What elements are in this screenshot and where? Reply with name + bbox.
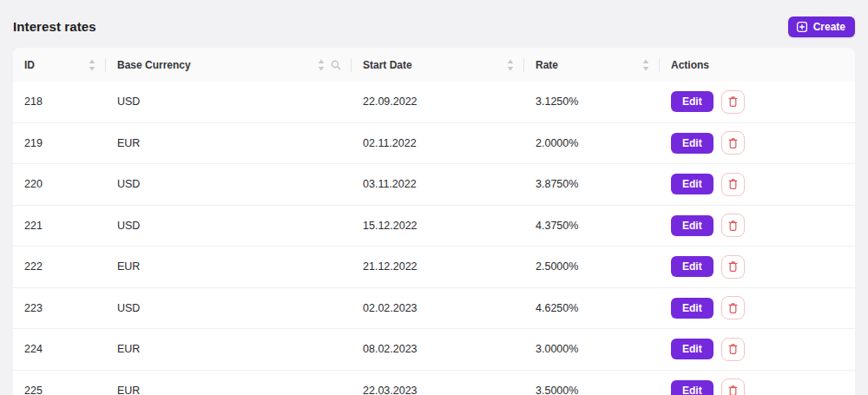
- cell-base-currency: USD: [106, 220, 352, 232]
- delete-button[interactable]: [721, 131, 745, 155]
- column-header-id-label: ID: [24, 59, 35, 71]
- cell-rate: 3.1250%: [524, 95, 660, 108]
- cell-base-currency: EUR: [106, 385, 352, 395]
- trash-icon: [727, 220, 739, 232]
- trash-icon: [727, 178, 739, 190]
- cell-base-currency: EUR: [106, 137, 352, 149]
- column-header-actions-label: Actions: [671, 59, 709, 71]
- cell-id: 222: [13, 260, 106, 273]
- trash-icon: [727, 385, 739, 395]
- cell-start-date: 02.11.2022: [352, 137, 524, 149]
- cell-id: 219: [13, 137, 106, 149]
- cell-actions: Edit: [660, 379, 855, 395]
- trash-icon: [727, 137, 739, 149]
- delete-button[interactable]: [721, 296, 745, 319]
- column-header-rate-label: Rate: [536, 59, 558, 71]
- edit-button[interactable]: Edit: [671, 298, 713, 319]
- plus-square-icon: [796, 21, 808, 33]
- cell-id: 218: [13, 95, 106, 108]
- edit-button[interactable]: Edit: [671, 215, 713, 236]
- cell-rate: 4.6250%: [524, 302, 660, 314]
- cell-rate: 4.3750%: [524, 220, 660, 232]
- trash-icon: [727, 95, 739, 108]
- edit-button[interactable]: Edit: [671, 256, 713, 277]
- cell-actions: Edit: [660, 214, 855, 237]
- delete-button[interactable]: [721, 173, 745, 196]
- table-row: 225 EUR 22.03.2023 3.5000% Edit: [13, 371, 855, 395]
- cell-base-currency: USD: [106, 178, 352, 190]
- cell-actions: Edit: [660, 90, 855, 114]
- cell-start-date: 02.02.2023: [352, 302, 524, 314]
- column-header-rate[interactable]: Rate: [524, 48, 660, 82]
- cell-actions: Edit: [660, 338, 855, 361]
- edit-button[interactable]: Edit: [671, 133, 713, 154]
- topbar: Interest rates Create: [13, 0, 855, 48]
- column-header-base-currency[interactable]: Base Currency: [106, 48, 352, 82]
- trash-icon: [727, 343, 739, 355]
- cell-rate: 2.0000%: [524, 137, 660, 149]
- table-row: 221 USD 15.12.2022 4.3750% Edit: [13, 206, 855, 247]
- cell-actions: Edit: [660, 255, 855, 279]
- interest-rates-page: Interest rates Create ID: [0, 0, 868, 395]
- edit-button[interactable]: Edit: [671, 380, 713, 395]
- cell-actions: Edit: [660, 131, 855, 155]
- cell-id: 223: [13, 302, 106, 314]
- delete-button[interactable]: [721, 255, 745, 279]
- table-row: 218 USD 22.09.2022 3.1250% Edit: [13, 82, 855, 123]
- table-row: 224 EUR 08.02.2023 3.0000% Edit: [13, 329, 855, 371]
- header-icons: [507, 59, 514, 71]
- cell-start-date: 08.02.2023: [352, 343, 524, 355]
- cell-start-date: 22.03.2023: [352, 385, 524, 395]
- cell-id: 224: [13, 343, 106, 355]
- column-header-start-date-label: Start Date: [363, 59, 412, 71]
- edit-button[interactable]: Edit: [671, 174, 713, 194]
- search-icon[interactable]: [331, 60, 341, 70]
- interest-rates-table: ID Base Currency: [13, 48, 855, 395]
- table-row: 219 EUR 02.11.2022 2.0000% Edit: [13, 123, 855, 165]
- cell-start-date: 21.12.2022: [352, 260, 524, 273]
- cell-actions: Edit: [660, 296, 855, 319]
- delete-button[interactable]: [721, 90, 745, 114]
- delete-button[interactable]: [721, 214, 745, 237]
- column-header-id[interactable]: ID: [13, 48, 106, 82]
- sort-icon[interactable]: [642, 59, 649, 71]
- sort-icon[interactable]: [89, 59, 95, 71]
- cell-base-currency: EUR: [106, 343, 352, 355]
- create-button-label: Create: [813, 21, 845, 33]
- table-row: 222 EUR 21.12.2022 2.5000% Edit: [13, 247, 855, 288]
- column-header-actions: Actions: [660, 48, 855, 82]
- trash-icon: [727, 302, 739, 314]
- create-button[interactable]: Create: [788, 16, 855, 37]
- sort-icon[interactable]: [318, 59, 325, 71]
- header-icons: [318, 59, 341, 71]
- table-header-row: ID Base Currency: [13, 48, 855, 82]
- cell-rate: 3.5000%: [524, 385, 660, 395]
- table-row: 223 USD 02.02.2023 4.6250% Edit: [13, 288, 855, 330]
- page-title: Interest rates: [13, 19, 96, 34]
- cell-start-date: 22.09.2022: [352, 95, 524, 108]
- table-body: 218 USD 22.09.2022 3.1250% Edit 219 EUR …: [13, 82, 855, 395]
- edit-button[interactable]: Edit: [671, 339, 713, 359]
- cell-base-currency: USD: [106, 95, 352, 108]
- cell-rate: 2.5000%: [524, 260, 660, 273]
- trash-icon: [727, 260, 739, 273]
- header-icons: [642, 59, 649, 71]
- cell-actions: Edit: [660, 173, 855, 196]
- cell-id: 220: [13, 178, 106, 190]
- header-icons: [89, 59, 95, 71]
- table-row: 220 USD 03.11.2022 3.8750% Edit: [13, 164, 855, 206]
- cell-base-currency: USD: [106, 302, 352, 314]
- sort-icon[interactable]: [507, 59, 514, 71]
- cell-id: 221: [13, 220, 106, 232]
- cell-base-currency: EUR: [106, 260, 352, 273]
- cell-id: 225: [13, 385, 106, 395]
- cell-rate: 3.8750%: [524, 178, 660, 190]
- edit-button[interactable]: Edit: [671, 91, 713, 112]
- delete-button[interactable]: [721, 338, 745, 361]
- cell-start-date: 15.12.2022: [352, 220, 524, 232]
- column-header-base-currency-label: Base Currency: [117, 59, 191, 71]
- cell-start-date: 03.11.2022: [352, 178, 524, 190]
- delete-button[interactable]: [721, 379, 745, 395]
- column-header-start-date[interactable]: Start Date: [352, 48, 524, 82]
- cell-rate: 3.0000%: [524, 343, 660, 355]
